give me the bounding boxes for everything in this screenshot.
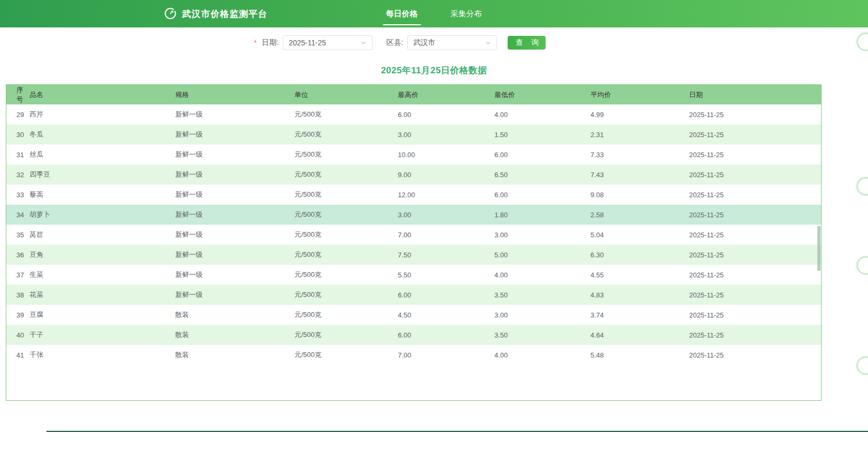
- table-cell: 千张: [30, 345, 175, 365]
- query-button[interactable]: 查 询: [508, 36, 546, 50]
- table-cell: 2025-11-25: [689, 104, 821, 124]
- table-cell: 胡萝卜: [30, 205, 175, 225]
- table-cell: 6.00: [494, 144, 590, 165]
- table-cell: 6.30: [590, 245, 689, 265]
- table-cell: 5.50: [398, 265, 494, 285]
- table-cell: 豆角: [30, 245, 175, 265]
- table-row[interactable]: 35莴苣新鲜一级元/500克7.003.005.042025-11-25: [6, 225, 821, 245]
- table-cell: 6.00: [494, 185, 590, 205]
- column-header: 日期: [689, 85, 821, 104]
- table-cell: 4.83: [590, 285, 689, 305]
- table-row[interactable]: 41千张散装元/500克7.004.005.482025-11-25: [6, 345, 821, 365]
- table-cell: 2025-11-25: [689, 345, 821, 365]
- table-cell: 2025-11-25: [689, 285, 821, 305]
- table-cell: 39: [6, 305, 30, 325]
- table-cell: 4.64: [590, 325, 689, 345]
- table-cell: 7.50: [398, 245, 494, 265]
- table-cell: 7.43: [590, 165, 689, 185]
- required-asterisk: *: [254, 38, 256, 47]
- table-cell: 藜蒿: [30, 185, 175, 205]
- column-header: 平均价: [590, 85, 689, 104]
- district-label: 区县:: [386, 38, 403, 47]
- table-cell: 5.48: [590, 345, 689, 365]
- tab-daily-price[interactable]: 每日价格: [385, 9, 419, 19]
- column-header: 序号: [6, 85, 30, 104]
- date-label: 日期:: [262, 38, 279, 47]
- table-cell: 干子: [30, 325, 175, 345]
- table-cell: 元/500克: [294, 144, 398, 165]
- table-cell: 新鲜一级: [175, 265, 294, 285]
- table-cell: 3.00: [398, 205, 494, 225]
- table-cell: 1.80: [494, 205, 590, 225]
- table-row[interactable]: 29西芹新鲜一级元/500克6.004.004.992025-11-25: [6, 104, 821, 124]
- table-row[interactable]: 40干子散装元/500克6.003.504.642025-11-25: [6, 325, 821, 345]
- table-row[interactable]: 34胡萝卜新鲜一级元/500克3.001.802.582025-11-25: [6, 205, 821, 225]
- table-cell: 3.00: [494, 225, 590, 245]
- column-header: 最高价: [398, 85, 494, 104]
- table-cell: 2025-11-25: [689, 205, 821, 225]
- watermark-logo-icon: [854, 354, 868, 380]
- platform-logo-icon: [164, 7, 177, 21]
- price-table-container: 序号品名规格单位最高价最低价平均价日期 29西芹新鲜一级元/500克6.004.…: [6, 84, 822, 401]
- table-cell: 元/500克: [294, 165, 398, 185]
- table-row[interactable]: 31丝瓜新鲜一级元/500克10.006.007.332025-11-25: [6, 144, 821, 165]
- table-row[interactable]: 39豆腐散装元/500克4.503.003.742025-11-25: [6, 305, 821, 325]
- table-cell: 2025-11-25: [689, 245, 821, 265]
- table-cell: 新鲜一级: [175, 225, 294, 245]
- table-cell: 元/500克: [294, 265, 398, 285]
- price-table-body: 29西芹新鲜一级元/500克6.004.004.992025-11-2530冬瓜…: [6, 104, 821, 365]
- column-header: 单位: [294, 85, 398, 104]
- table-cell: 新鲜一级: [175, 165, 294, 185]
- table-cell: 元/500克: [294, 185, 398, 205]
- table-cell: 9.08: [590, 185, 689, 205]
- table-cell: 莴苣: [30, 225, 175, 245]
- table-cell: 2.58: [590, 205, 689, 225]
- table-cell: 10.00: [398, 144, 494, 165]
- table-row[interactable]: 36豆角新鲜一级元/500克7.505.006.302025-11-25: [6, 245, 821, 265]
- table-cell: 1.50: [494, 124, 590, 144]
- district-select[interactable]: 武汉市: [407, 35, 497, 50]
- table-cell: 元/500克: [294, 325, 398, 345]
- table-cell: 4.50: [398, 305, 494, 325]
- footer-divider: [46, 431, 868, 432]
- table-cell: 32: [6, 165, 30, 185]
- table-row[interactable]: 32四季豆新鲜一级元/500克9.006.507.432025-11-25: [6, 165, 821, 185]
- date-select[interactable]: 2025-11-25: [283, 35, 373, 50]
- table-cell: 新鲜一级: [175, 245, 294, 265]
- chevron-down-icon: [360, 40, 367, 46]
- table-cell: 31: [6, 144, 30, 165]
- table-row[interactable]: 37生菜新鲜一级元/500克5.504.004.552025-11-25: [6, 265, 821, 285]
- table-cell: 新鲜一级: [175, 185, 294, 205]
- table-cell: 3.00: [398, 124, 494, 144]
- table-cell: 9.00: [398, 165, 494, 185]
- table-cell: 2025-11-25: [689, 225, 821, 245]
- table-row[interactable]: 30冬瓜新鲜一级元/500克3.001.502.312025-11-25: [6, 124, 821, 144]
- table-cell: 元/500克: [294, 225, 398, 245]
- table-cell: 新鲜一级: [175, 124, 294, 144]
- table-cell: 2025-11-25: [689, 124, 821, 144]
- tab-collection-distribution[interactable]: 采集分布: [450, 9, 483, 19]
- table-cell: 41: [6, 345, 30, 365]
- table-cell: 3.74: [590, 305, 689, 325]
- watermark-logo-icon: [854, 175, 868, 200]
- table-row[interactable]: 33藜蒿新鲜一级元/500克12.006.009.082025-11-25: [6, 185, 821, 205]
- table-cell: 38: [6, 285, 30, 305]
- table-cell: 新鲜一级: [175, 104, 294, 124]
- table-cell: 散装: [175, 345, 294, 365]
- table-cell: 4.55: [590, 265, 689, 285]
- table-cell: 元/500克: [294, 205, 398, 225]
- table-cell: 冬瓜: [30, 124, 175, 144]
- table-cell: 元/500克: [294, 305, 398, 325]
- column-header: 规格: [175, 85, 294, 104]
- table-row[interactable]: 38花菜新鲜一级元/500克6.003.504.832025-11-25: [6, 285, 821, 305]
- table-cell: 元/500克: [294, 104, 398, 124]
- table-cell: 2025-11-25: [689, 325, 821, 345]
- table-cell: 元/500克: [294, 245, 398, 265]
- main-nav: 每日价格 采集分布: [385, 0, 483, 27]
- column-header: 品名: [30, 85, 175, 104]
- table-cell: 3.50: [494, 285, 590, 305]
- price-table: 序号品名规格单位最高价最低价平均价日期 29西芹新鲜一级元/500克6.004.…: [6, 85, 821, 365]
- table-scrollbar-thumb[interactable]: [817, 226, 821, 271]
- table-cell: 34: [6, 205, 30, 225]
- table-cell: 2025-11-25: [689, 144, 821, 165]
